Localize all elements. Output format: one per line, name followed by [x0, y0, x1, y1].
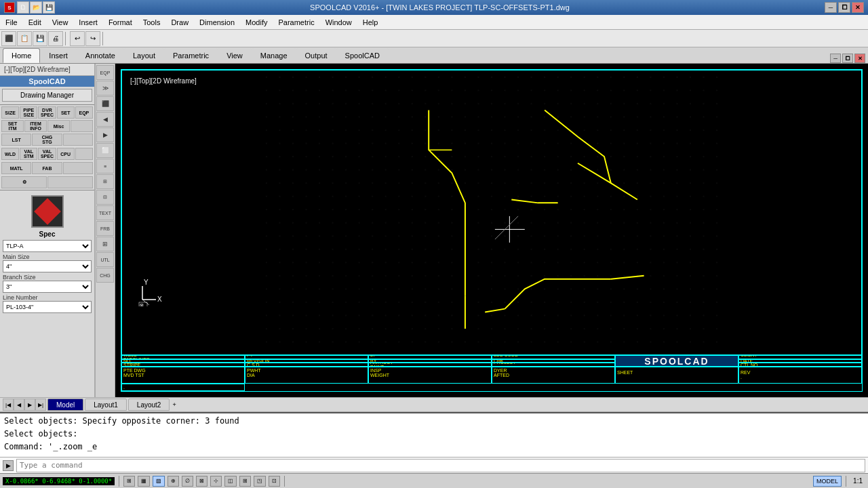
- menu-dimension[interactable]: Dimension: [194, 15, 240, 30]
- tab-home[interactable]: Home: [3, 48, 40, 63]
- tool-lst[interactable]: LST: [1, 134, 31, 146]
- model-btn[interactable]: MODEL: [813, 476, 842, 487]
- tool-eqp[interactable]: EQP: [75, 106, 93, 119]
- menu-format[interactable]: Format: [103, 15, 138, 30]
- menu-edit[interactable]: Edit: [23, 15, 47, 30]
- ribbon-minimize-btn[interactable]: ─: [830, 54, 841, 63]
- toolbar-btn-1[interactable]: ⬛: [1, 31, 16, 46]
- tool-size[interactable]: SIZE: [1, 106, 19, 119]
- snap-btn-5[interactable]: ∅: [182, 476, 193, 487]
- tool-val[interactable]: VALSTM: [20, 148, 37, 160]
- menu-file[interactable]: File: [0, 15, 23, 30]
- tool-info[interactable]: ITEMINFO: [24, 120, 47, 132]
- open-btn[interactable]: 📂: [30, 1, 42, 14]
- strip-btn-3[interactable]: ⬛: [96, 96, 114, 111]
- snap-btn-8[interactable]: ◫: [224, 476, 237, 487]
- tool-chg[interactable]: CHGSTG: [32, 134, 62, 146]
- snap-btn-3[interactable]: ▧: [153, 476, 165, 487]
- strip-btn-frb[interactable]: FRB: [96, 221, 114, 236]
- snap-btn-11[interactable]: ⊡: [269, 476, 280, 487]
- save-btn[interactable]: 💾: [43, 1, 55, 14]
- tab-parametric[interactable]: Parametric: [164, 48, 218, 63]
- strip-btn-chg[interactable]: CHG: [96, 268, 114, 283]
- menu-draw[interactable]: Draw: [165, 15, 194, 30]
- menu-view[interactable]: View: [47, 15, 74, 30]
- snap-btn-7[interactable]: ⊹: [210, 476, 222, 487]
- command-prompt-icon[interactable]: ▶: [3, 460, 14, 471]
- toolbar-undo[interactable]: ↩: [70, 31, 85, 46]
- canvas-area[interactable]: [-][Top][2D Wireframe]: [115, 64, 868, 397]
- minimize-btn[interactable]: ─: [825, 2, 837, 13]
- snap-btn-2[interactable]: ▦: [138, 476, 150, 487]
- snap-btn-6[interactable]: ⊠: [196, 476, 208, 487]
- tab-nav-last[interactable]: ▶|: [35, 399, 46, 411]
- tab-spoolcad[interactable]: SpoolCAD: [336, 48, 389, 63]
- tab-view[interactable]: View: [218, 48, 252, 63]
- cad-drawing[interactable]: [122, 70, 861, 355]
- snap-btn-9[interactable]: ⊞: [239, 476, 251, 487]
- ribbon-close-btn[interactable]: ✕: [854, 54, 865, 63]
- cad-viewport[interactable]: [-][Top][2D Wireframe]: [121, 69, 863, 357]
- menu-help[interactable]: Help: [357, 15, 384, 30]
- tool-sym[interactable]: ⚙: [1, 176, 47, 188]
- tab-annotate[interactable]: Annotate: [77, 48, 124, 63]
- main-size-select[interactable]: 4": [3, 260, 92, 272]
- tool-dvr[interactable]: DVRSPEC: [38, 106, 56, 119]
- strip-btn-2[interactable]: ≫: [96, 81, 114, 96]
- snap-btn-10[interactable]: ◳: [254, 476, 266, 487]
- tool-cpu[interactable]: CPU: [57, 148, 75, 160]
- tab-insert[interactable]: Insert: [40, 48, 77, 63]
- snap-btn-4[interactable]: ⊕: [167, 476, 179, 487]
- command-input[interactable]: [16, 459, 865, 472]
- strip-btn-4[interactable]: ◀: [96, 112, 114, 127]
- toolbar-btn-4[interactable]: 🖨: [48, 31, 63, 46]
- tab-nav-first[interactable]: |◀: [3, 399, 14, 411]
- new-btn[interactable]: 🗋: [17, 1, 29, 14]
- branch-size-select[interactable]: 3": [3, 281, 92, 293]
- line-number-select[interactable]: PL-103-4": [3, 301, 92, 313]
- strip-btn-7[interactable]: ≡: [96, 159, 114, 174]
- spec-select[interactable]: TLP-A: [3, 240, 92, 252]
- toolbar-btn-3[interactable]: 💾: [33, 31, 47, 46]
- strip-btn-9[interactable]: ⊟: [96, 190, 114, 205]
- tool-spc[interactable]: VALSPEC: [38, 148, 56, 160]
- tab-layout1[interactable]: Layout1: [85, 399, 127, 411]
- tab-layout2[interactable]: Layout2: [128, 399, 170, 411]
- ribbon-restore-btn[interactable]: ⧠: [842, 54, 853, 63]
- menu-parametric[interactable]: Parametric: [273, 15, 319, 30]
- tool-set[interactable]: SET: [57, 106, 75, 119]
- strip-btn-text[interactable]: TEXT: [96, 205, 114, 220]
- strip-btn-grid[interactable]: ⊞: [96, 237, 114, 251]
- tool-set2[interactable]: SETITM: [1, 120, 24, 132]
- tab-nav-next[interactable]: ▶: [24, 399, 35, 411]
- tab-add-btn[interactable]: +: [170, 401, 178, 408]
- strip-btn-5[interactable]: ▶: [96, 127, 114, 142]
- menu-modify[interactable]: Modify: [240, 15, 273, 30]
- menu-tools[interactable]: Tools: [138, 15, 166, 30]
- tool-misc[interactable]: Misc: [47, 120, 70, 132]
- drawing-manager-button[interactable]: Drawing Manager: [2, 89, 92, 102]
- restore-btn[interactable]: ⧠: [838, 2, 850, 13]
- menu-insert[interactable]: Insert: [73, 15, 103, 30]
- tool-extra[interactable]: [75, 148, 93, 160]
- tool-fab2[interactable]: FAB: [32, 162, 62, 174]
- tool-stng[interactable]: [63, 134, 93, 146]
- menu-window[interactable]: Window: [320, 15, 357, 30]
- tab-output[interactable]: Output: [296, 48, 336, 63]
- tool-pipe[interactable]: PIPESIZE: [20, 106, 37, 119]
- toolbar-redo[interactable]: ↪: [85, 31, 100, 46]
- tool-chg2[interactable]: [63, 162, 93, 174]
- strip-btn-6[interactable]: ⬜: [96, 143, 114, 158]
- strip-btn-utl[interactable]: UTL: [96, 252, 114, 267]
- tab-model[interactable]: Model: [47, 399, 83, 411]
- tool-matl[interactable]: MATL: [1, 162, 31, 174]
- tab-nav-prev[interactable]: ◀: [14, 399, 24, 411]
- strip-btn-8[interactable]: ⊞: [96, 174, 114, 189]
- tab-manage[interactable]: Manage: [252, 48, 296, 63]
- close-btn[interactable]: ✕: [852, 2, 864, 13]
- toolbar-btn-2[interactable]: 📋: [17, 31, 32, 46]
- snap-btn-1[interactable]: ⊞: [123, 476, 135, 487]
- tool-wld[interactable]: WLD: [1, 148, 19, 160]
- strip-btn-eqp[interactable]: EQP: [96, 65, 114, 80]
- tab-layout[interactable]: Layout: [124, 48, 164, 63]
